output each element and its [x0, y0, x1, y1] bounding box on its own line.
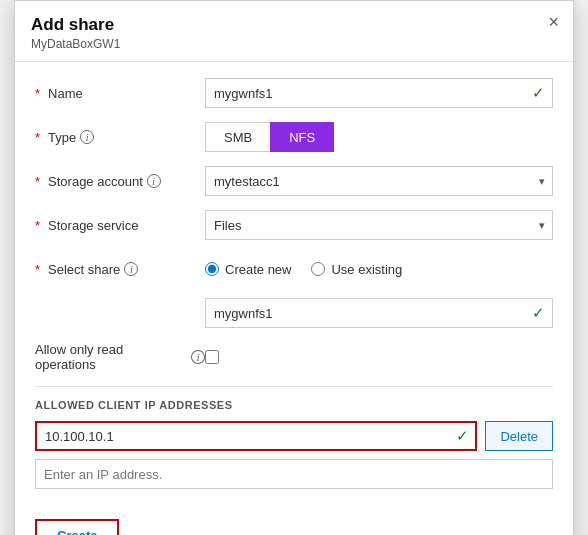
ip-placeholder-row — [35, 459, 553, 489]
name-check-icon: ✓ — [532, 84, 545, 102]
ip-value-input[interactable] — [35, 421, 477, 451]
required-star-storage: * — [35, 174, 40, 189]
select-share-row: * Select share i Create new Use existing — [35, 254, 553, 284]
required-star-service: * — [35, 218, 40, 233]
name-row: * Name ✓ — [35, 78, 553, 108]
allow-read-label: Allow only read operations i — [35, 342, 205, 372]
type-info-icon: i — [80, 130, 94, 144]
storage-account-info-icon: i — [147, 174, 161, 188]
type-row: * Type i SMB NFS — [35, 122, 553, 152]
ip-value-wrapper: ✓ — [35, 421, 477, 451]
storage-account-control: mytestacc1 ▾ — [205, 166, 553, 196]
ip-entry-row: ✓ Delete — [35, 421, 553, 451]
add-share-dialog: Add share MyDataBoxGW1 × * Name ✓ * Type — [14, 0, 574, 535]
ip-new-wrapper — [35, 459, 553, 489]
storage-service-select[interactable]: Files — [205, 210, 553, 240]
allow-read-control — [205, 350, 553, 364]
dialog-subtitle: MyDataBoxGW1 — [31, 37, 557, 51]
share-name-row: ✓ — [35, 298, 553, 328]
storage-service-control: Files ▾ — [205, 210, 553, 240]
allow-read-info-icon: i — [191, 350, 205, 364]
allow-read-row: Allow only read operations i — [35, 342, 553, 372]
required-star-share: * — [35, 262, 40, 277]
storage-account-select[interactable]: mytestacc1 — [205, 166, 553, 196]
type-toggle: SMB NFS — [205, 122, 553, 152]
select-share-label: * Select share i — [35, 262, 205, 277]
name-input[interactable] — [205, 78, 553, 108]
use-existing-radio-label[interactable]: Use existing — [311, 262, 402, 277]
name-input-wrapper: ✓ — [205, 78, 553, 108]
select-share-radio-group: Create new Use existing — [205, 262, 553, 277]
ip-check-icon: ✓ — [456, 427, 469, 445]
storage-service-select-wrapper: Files ▾ — [205, 210, 553, 240]
storage-account-select-wrapper: mytestacc1 ▾ — [205, 166, 553, 196]
ip-section-label: ALLOWED CLIENT IP ADDRESSES — [35, 399, 553, 411]
storage-service-label: * Storage service — [35, 218, 205, 233]
storage-account-row: * Storage account i mytestacc1 ▾ — [35, 166, 553, 196]
ip-new-input[interactable] — [35, 459, 553, 489]
select-share-control: Create new Use existing — [205, 262, 553, 277]
type-smb-button[interactable]: SMB — [205, 122, 270, 152]
type-label: * Type i — [35, 130, 205, 145]
section-divider — [35, 386, 553, 387]
use-existing-radio[interactable] — [311, 262, 325, 276]
create-new-radio-label[interactable]: Create new — [205, 262, 291, 277]
share-name-input-wrapper: ✓ — [205, 298, 553, 328]
type-control: SMB NFS — [205, 122, 553, 152]
dialog-title: Add share — [31, 15, 557, 35]
dialog-body: * Name ✓ * Type i SMB NFS — [15, 62, 573, 507]
required-star-name: * — [35, 86, 40, 101]
allow-read-checkbox[interactable] — [205, 350, 219, 364]
type-nfs-button[interactable]: NFS — [270, 122, 334, 152]
required-star-type: * — [35, 130, 40, 145]
select-share-info-icon: i — [124, 262, 138, 276]
create-button[interactable]: Create — [35, 519, 119, 535]
name-label: * Name — [35, 86, 205, 101]
close-button[interactable]: × — [548, 13, 559, 31]
name-control: ✓ — [205, 78, 553, 108]
share-name-control: ✓ — [205, 298, 553, 328]
create-new-radio[interactable] — [205, 262, 219, 276]
share-name-input[interactable] — [205, 298, 553, 328]
dialog-header: Add share MyDataBoxGW1 × — [15, 1, 573, 62]
storage-service-row: * Storage service Files ▾ — [35, 210, 553, 240]
dialog-footer: Create — [15, 507, 573, 535]
share-name-check-icon: ✓ — [532, 304, 545, 322]
storage-account-label: * Storage account i — [35, 174, 205, 189]
delete-ip-button[interactable]: Delete — [485, 421, 553, 451]
